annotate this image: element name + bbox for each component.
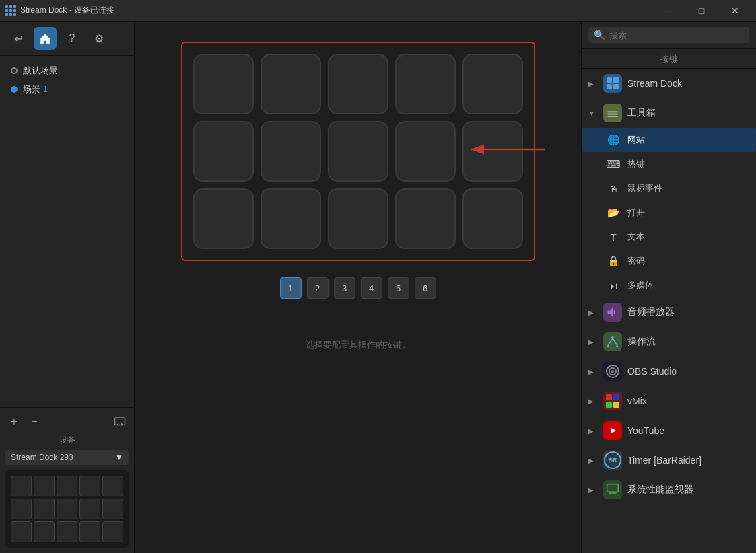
plugin-child-website[interactable]: 🌐网站	[582, 128, 756, 152]
bottom-hint: 选择要配置其操作的按键。	[306, 339, 411, 351]
grid-button-1-1[interactable]	[193, 54, 254, 114]
plugin-icon-timer-barraider: BR	[603, 451, 622, 470]
grid-button-2-4[interactable]	[395, 121, 456, 182]
plugin-header-audio-player[interactable]: ▶音频播放器	[582, 297, 756, 327]
add-scene-button[interactable]: +	[5, 413, 23, 431]
page-btn-3[interactable]: 3	[334, 277, 355, 299]
plugin-label-stream-dock: Stream Dock	[627, 78, 682, 89]
window-title: Stream Dock - 设备已连接	[20, 5, 652, 16]
child-icon-mouse-event: 🖱	[606, 181, 621, 196]
page-controls: 1 2 3 4 5 6	[280, 277, 436, 299]
grid-button-3-2[interactable]	[261, 188, 321, 249]
scene-dot-default	[11, 67, 18, 74]
plugin-header-obs-studio[interactable]: ▶OBS Studio	[582, 357, 756, 386]
plugin-header-vmix[interactable]: ▶vMix	[582, 386, 756, 416]
child-label-media: 多媒体	[627, 279, 654, 291]
preview-btn	[34, 499, 55, 519]
child-label-website: 网站	[627, 134, 645, 146]
child-icon-media: ⏯	[606, 278, 621, 293]
back-button[interactable]: ↩	[7, 27, 30, 50]
app-icon	[5, 5, 16, 16]
device-select[interactable]: Stream Dock 293 ▼	[5, 450, 129, 465]
grid-button-2-2[interactable]	[261, 121, 321, 182]
plugin-icon-audio-player	[603, 303, 622, 322]
plugin-child-media[interactable]: ⏯多媒体	[582, 273, 756, 297]
svg-point-14	[611, 370, 614, 373]
grid-button-1-5[interactable]	[462, 54, 523, 114]
grid-button-1-4[interactable]	[395, 54, 456, 114]
plugin-child-text[interactable]: T文本	[582, 225, 756, 249]
plugin-header-system-monitor[interactable]: ▶系统性能监视器	[582, 475, 756, 505]
plugin-header-action-flow[interactable]: ▶操作流	[582, 327, 756, 357]
preview-btn	[102, 476, 123, 496]
chevron-icon: ▶	[588, 338, 598, 346]
chevron-icon: ▶	[588, 427, 598, 435]
title-bar: Stream Dock - 设备已连接 ─ □ ✕	[0, 0, 756, 22]
close-button[interactable]: ✕	[720, 0, 751, 22]
preview-btn	[57, 476, 77, 496]
grid-button-3-1[interactable]	[193, 188, 254, 249]
plugin-child-mouse-event[interactable]: 🖱鼠标事件	[582, 176, 756, 200]
svg-rect-4	[613, 77, 619, 83]
chevron-icon: ▶	[588, 309, 598, 316]
chevron-down-icon: ▼	[115, 453, 123, 462]
child-label-mouse-event: 鼠标事件	[627, 182, 662, 194]
page-btn-6[interactable]: 6	[415, 277, 436, 299]
svg-rect-5	[607, 84, 612, 89]
plugin-icon-youtube	[603, 421, 622, 440]
plugin-child-open[interactable]: 📂打开	[582, 200, 756, 225]
plugin-label-action-flow: 操作流	[627, 336, 656, 348]
child-icon-password: 🔒	[606, 254, 621, 268]
plugin-header-timer-barraider[interactable]: ▶BRTimer [BarRaider]	[582, 445, 756, 475]
chevron-icon: ▶	[588, 398, 598, 405]
plugin-child-password[interactable]: 🔒密码	[582, 249, 756, 273]
svg-rect-16	[613, 394, 619, 400]
plugin-label-obs-studio: OBS Studio	[627, 366, 677, 377]
search-input[interactable]	[609, 30, 744, 40]
grid-button-3-5[interactable]	[462, 188, 523, 249]
chevron-icon: ▶	[588, 368, 598, 375]
child-icon-website: 🌐	[606, 133, 621, 147]
plugin-label-timer-barraider: Timer [BarRaider]	[627, 455, 701, 466]
preview-btn	[11, 521, 32, 542]
grid-button-1-3[interactable]	[328, 54, 388, 114]
scene-1[interactable]: 场景 1	[5, 80, 129, 99]
svg-rect-21	[607, 484, 619, 492]
plugin-label-toolbox: 工具箱	[627, 107, 656, 119]
grid-button-3-3[interactable]	[328, 188, 388, 249]
button-section-label: 按键	[582, 49, 756, 69]
plugin-header-stream-dock[interactable]: ▶Stream Dock	[582, 69, 756, 98]
plugin-child-hotkey[interactable]: ⌨热键	[582, 152, 756, 176]
grid-button-2-1[interactable]	[193, 121, 254, 182]
plugin-label-youtube: YouTube	[627, 425, 664, 436]
scene-default[interactable]: 默认场景	[5, 61, 129, 80]
plugin-label-audio-player: 音频播放器	[627, 306, 675, 318]
help-button[interactable]: ?	[61, 27, 83, 50]
device-preview	[5, 470, 129, 548]
svg-rect-17	[606, 402, 612, 408]
home-button[interactable]	[34, 27, 57, 50]
child-icon-text: T	[606, 229, 621, 244]
preview-btn	[57, 499, 77, 519]
search-icon: 🔍	[594, 30, 605, 40]
grid-button-1-2[interactable]	[261, 54, 321, 114]
plugin-header-youtube[interactable]: ▶YouTube	[582, 416, 756, 445]
minimize-button[interactable]: ─	[652, 0, 683, 22]
plugin-icon-stream-dock	[603, 74, 622, 93]
page-btn-2[interactable]: 2	[307, 277, 329, 299]
grid-button-2-5[interactable]	[462, 121, 523, 182]
svg-line-11	[613, 338, 617, 345]
search-bar: 🔍	[582, 22, 756, 49]
settings-button[interactable]: ⚙	[88, 27, 110, 50]
scene-1-label: 场景 1	[23, 83, 48, 96]
page-btn-4[interactable]: 4	[361, 277, 382, 299]
page-btn-5[interactable]: 5	[388, 277, 409, 299]
remove-scene-button[interactable]: −	[26, 413, 43, 431]
grid-button-3-4[interactable]	[395, 188, 456, 249]
grid-button-2-3[interactable]	[328, 121, 388, 182]
page-btn-1[interactable]: 1	[280, 277, 302, 299]
device-icon-button[interactable]	[111, 413, 129, 431]
plugin-header-toolbox[interactable]: ▼工具箱	[582, 98, 756, 128]
maximize-button[interactable]: □	[686, 0, 717, 22]
right-panel: 🔍 按键 ▶Stream Dock▼工具箱🌐网站⌨热键🖱鼠标事件📂打开T文本🔒密…	[581, 22, 756, 553]
